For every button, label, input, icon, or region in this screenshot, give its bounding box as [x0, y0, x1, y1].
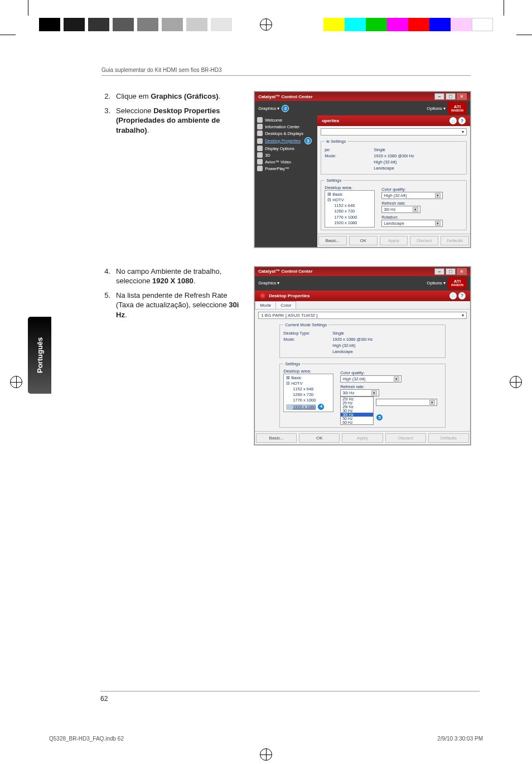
device-dropdown[interactable]: 1 BG PARK [ ASUS TLW32 ]▾ [258, 312, 467, 319]
graphics-menu[interactable]: Graphics ▾ [258, 106, 279, 111]
sidebar-item-info[interactable]: Information Center [255, 123, 317, 130]
tree-node-resolution[interactable]: 1776 x 1000 [286, 398, 331, 403]
desktop-area-tree[interactable]: ⊞ Basic ⊟ HDTV 1152 x 648 1280 x 720 177… [283, 374, 333, 413]
tree-node-hdtv[interactable]: ⊟ HDTV [286, 381, 331, 386]
discard-button[interactable]: Discard [385, 433, 426, 443]
dropdown-value: 1 BG PARK [ ASUS TLW32 ] [261, 313, 317, 318]
step-number: 4. [101, 267, 110, 286]
refresh-rate-dropdown[interactable]: 30i Hz▾ [340, 389, 379, 396]
sidebar-item-avivo[interactable]: Avivo™ Video [255, 158, 317, 165]
minimize-button[interactable]: – [434, 268, 444, 275]
maximize-button[interactable]: □ [446, 268, 456, 275]
home-icon[interactable]: ⌂ [449, 117, 457, 124]
window-titlebar: Catalyst™ Control Center – □ × [255, 92, 470, 101]
refresh-rate-option[interactable]: 50 Hz [341, 417, 373, 420]
sidebar-item-display-options[interactable]: Display Options [255, 145, 317, 152]
graphics-menu[interactable]: Graphics ▾ [258, 281, 279, 286]
tree-node-resolution[interactable]: 1152 x 648 [327, 203, 372, 209]
basic-button[interactable]: Basic... [256, 433, 297, 443]
slug-timestamp: 2/9/10 3:30:03 PM [437, 736, 483, 742]
label-mode: Mode: [283, 337, 327, 342]
defaults-button[interactable]: Defaults [428, 433, 469, 443]
options-menu[interactable]: Options ▾ [427, 106, 446, 111]
power-icon [257, 166, 263, 171]
minimize-button[interactable]: – [434, 93, 444, 100]
cube-icon [257, 152, 263, 158]
step-text: Na lista pendente de Refresh Rate (Taxa … [116, 291, 229, 310]
close-button[interactable]: × [457, 93, 467, 100]
ok-button[interactable]: OK [299, 433, 340, 443]
panel-legend: Settings [283, 361, 302, 366]
apply-button[interactable]: Apply [380, 236, 408, 245]
color-quality-dropdown[interactable]: High (32-bit)▾ [340, 375, 402, 383]
rotation-dropdown[interactable]: Landscape▾ [381, 220, 443, 227]
window-title: Catalyst™ Control Center [258, 269, 312, 274]
tree-node-resolution[interactable]: 1920 x 1080 [327, 220, 372, 226]
close-button[interactable]: × [457, 268, 467, 275]
defaults-button[interactable]: Defaults [441, 236, 469, 245]
panel-legend: Current Mode Settings [283, 322, 328, 327]
step-number: 3. [101, 106, 110, 136]
step-2: 2. Clique em Graphics (Gráficos). [101, 91, 241, 101]
tab-mode[interactable]: Mode [255, 301, 276, 309]
crop-mark [0, 35, 16, 35]
sidebar-item-desktop-properties[interactable]: Desktop Properties3 [255, 137, 317, 145]
color-bar [323, 18, 493, 31]
sidebar-item-powerplay[interactable]: PowerPlay™ [255, 165, 317, 172]
apply-button[interactable]: Apply [342, 433, 383, 443]
tab-color[interactable]: Color [275, 301, 296, 309]
dropdown-value: 30i Hz [384, 207, 395, 212]
sidebar-item-welcome[interactable]: Welcome [255, 117, 317, 123]
section-icon [259, 292, 266, 299]
step-3: 3. Seleccione Desktop Properties (Propri… [101, 106, 241, 136]
sidebar-item-label: Desktop Properties [265, 138, 301, 143]
tree-node-basic[interactable]: ⊞ Basic [327, 192, 372, 197]
refresh-rate-option[interactable]: 30 Hz [341, 409, 373, 413]
language-tab: Português [28, 317, 51, 394]
section-title: Desktop Properties [269, 293, 309, 298]
tree-node-resolution[interactable]: 1280 x 720 [327, 209, 372, 214]
tree-node-hdtv[interactable]: ⊟ HDTV [327, 197, 372, 203]
crop-mark [516, 35, 532, 35]
label-color-quality: Color quality: [340, 370, 442, 375]
sidebar-item-desktops[interactable]: Desktops & Displays [255, 130, 317, 137]
crop-mark [28, 0, 28, 16]
chevron-down-icon: ▾ [462, 129, 464, 134]
tree-node-basic[interactable]: ⊞ Basic [286, 375, 331, 381]
refresh-rate-option[interactable]: 29 Hz [341, 401, 373, 405]
panel-legend: Settings [325, 178, 343, 183]
rotation-dropdown[interactable]: ▾ [376, 399, 437, 406]
ok-button[interactable]: OK [349, 236, 378, 245]
home-icon[interactable]: ⌂ [449, 292, 457, 299]
basic-button[interactable]: Basic... [318, 236, 347, 245]
step-text: Seleccione [116, 107, 153, 115]
tree-node-resolution[interactable]: 1280 x 720 [286, 392, 331, 398]
value-desktop-type: Single [374, 147, 385, 152]
refresh-rate-dropdown[interactable]: 30i Hz▾ [381, 206, 420, 213]
step-text: . [219, 92, 221, 100]
tree-node-1920x1080[interactable]: 1920 x 1080 [286, 404, 316, 410]
crop-mark [504, 0, 504, 16]
sidebar-item-3d[interactable]: 3D [255, 152, 317, 158]
label-rotation: Rotation: [381, 215, 463, 220]
options-menu[interactable]: Options ▾ [427, 281, 446, 286]
help-icon[interactable]: ? [458, 292, 466, 299]
discard-button[interactable]: Discard [410, 236, 438, 245]
color-quality-dropdown[interactable]: High (32-bit)▾ [381, 192, 443, 199]
refresh-rate-option[interactable]: 60 Hz [341, 420, 373, 424]
refresh-rate-option[interactable]: 25i Hz [341, 397, 373, 401]
desktop-area-tree[interactable]: ⊞ Basic ⊟ HDTV 1152 x 648 1280 x 720 177… [325, 190, 375, 228]
tree-node-resolution[interactable]: 1776 x 1000 [327, 215, 372, 220]
step-text: . [125, 311, 127, 319]
callout-3: 3 [304, 137, 312, 144]
help-icon[interactable]: ? [458, 117, 466, 124]
tree-node-resolution[interactable]: 1152 x 648 [286, 386, 331, 392]
refresh-rate-option[interactable]: 29i Hz [341, 405, 373, 409]
callout-4: 4 [317, 403, 325, 410]
refresh-rate-list[interactable]: 25i Hz 29 Hz 29i Hz 30 Hz 30i Hz 50 Hz 6… [340, 396, 374, 425]
sidebar-item-label: Welcome [265, 118, 282, 123]
refresh-rate-option-30i[interactable]: 30i Hz [341, 413, 373, 417]
sidebar-item-label: 3D [265, 153, 270, 158]
maximize-button[interactable]: □ [446, 93, 456, 100]
device-dropdown[interactable]: ▾ [321, 128, 467, 136]
